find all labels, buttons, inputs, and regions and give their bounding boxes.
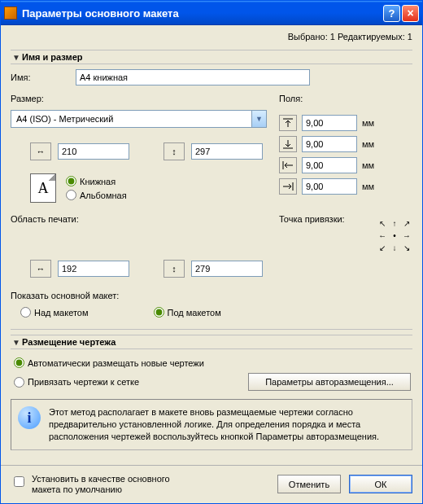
width-icon: ↔: [30, 142, 51, 160]
anchor-label: Точка привязки:: [279, 214, 345, 224]
window-title: Параметры основного макета: [22, 7, 382, 20]
cancel-button[interactable]: Отменить: [277, 475, 341, 493]
collapse-arrow-icon: ▼: [11, 53, 22, 62]
print-width-icon: ↔: [30, 260, 51, 278]
radio-landscape[interactable]: [66, 190, 76, 200]
section-name-size-title: Имя и размер: [22, 52, 82, 62]
orientation-portrait[interactable]: Книжная: [66, 176, 127, 186]
snap-place-option[interactable]: Привязать чертежи к сетке: [14, 377, 139, 388]
selection-status: Выбрано: 1 Редактируемых: 1: [1, 25, 422, 45]
landscape-label: Альбомная: [80, 191, 127, 200]
radio-snap-place[interactable]: [14, 377, 24, 388]
info-icon: i: [18, 406, 41, 429]
height-input[interactable]: [191, 143, 263, 160]
show-above-label: Над макетом: [34, 308, 89, 318]
anchor-t[interactable]: ↑: [389, 217, 400, 229]
name-label: Имя:: [11, 72, 76, 82]
titlebar: Параметры основного макета ? ×: [1, 1, 422, 25]
margin-bottom-icon: [279, 136, 297, 152]
print-width-input[interactable]: [58, 261, 129, 277]
unit-label: мм: [362, 139, 380, 149]
snap-place-label: Привязать чертежи к сетке: [28, 377, 139, 387]
unit-label: мм: [362, 118, 380, 128]
show-below-option[interactable]: Под макетом: [154, 307, 221, 318]
width-input[interactable]: [58, 143, 129, 160]
anchor-tr[interactable]: ↗: [401, 217, 412, 229]
section-name-size-header[interactable]: ▼ Имя и размер: [11, 50, 412, 64]
collapse-arrow-icon: ▼: [11, 338, 22, 347]
ok-button[interactable]: ОК: [349, 475, 412, 493]
footer: Установить в качестве основного макета п…: [1, 465, 422, 503]
unit-label: мм: [362, 182, 380, 191]
anchor-c[interactable]: •: [389, 230, 400, 241]
radio-below[interactable]: [154, 307, 164, 318]
margin-top-icon: [279, 115, 297, 131]
set-default-checkbox[interactable]: [14, 476, 24, 487]
page-size-value: A4 (ISO) - Метрический: [16, 114, 113, 124]
auto-place-option[interactable]: Автоматически размещать новые чертежи: [11, 357, 412, 368]
radio-portrait[interactable]: [66, 176, 76, 186]
chevron-down-icon: ▼: [251, 111, 266, 127]
show-below-label: Под макетом: [168, 308, 221, 318]
size-label: Размер:: [11, 94, 279, 103]
anchor-br[interactable]: ↘: [401, 242, 412, 253]
show-above-option[interactable]: Над макетом: [20, 307, 89, 318]
anchor-tl[interactable]: ↖: [377, 217, 388, 229]
print-height-input[interactable]: [191, 261, 263, 277]
radio-above[interactable]: [20, 307, 31, 318]
print-height-icon: ↕: [164, 260, 185, 278]
help-button[interactable]: ?: [383, 5, 400, 22]
margins-label: Поля:: [279, 94, 412, 103]
page-size-combo[interactable]: A4 (ISO) - Метрический ▼: [11, 110, 267, 128]
anchor-l[interactable]: ←: [377, 230, 388, 241]
set-default-label: Установить в качестве основного макета п…: [32, 474, 194, 495]
section-placement-title: Размещение чертежа: [22, 337, 116, 347]
margin-top-input[interactable]: [302, 115, 357, 131]
orientation-landscape[interactable]: Альбомная: [66, 190, 127, 200]
unit-label: мм: [362, 160, 380, 170]
margin-bottom-input[interactable]: [302, 136, 357, 152]
section-placement-header[interactable]: ▼ Размещение чертежа: [11, 335, 412, 349]
portrait-label: Книжная: [80, 177, 116, 186]
app-icon: [4, 7, 17, 20]
anchor-r[interactable]: →: [401, 230, 412, 241]
auto-place-label: Автоматически размещать новые чертежи: [28, 358, 204, 368]
anchor-grid[interactable]: ↖ ↑ ↗ ← • → ↙ ↓ ↘: [377, 217, 412, 253]
content-area: ▼ Имя и размер Имя: Размер: A4 (ISO) - М…: [1, 45, 422, 465]
orientation-icon: A: [30, 173, 56, 203]
print-area-label: Область печати:: [11, 214, 279, 253]
info-box: i Этот метод располагает в макете вновь …: [11, 399, 412, 450]
close-button[interactable]: ×: [402, 5, 419, 22]
name-input[interactable]: [76, 69, 310, 85]
margin-left-icon: [279, 157, 297, 173]
autoplace-params-button[interactable]: Параметры авторазмещения...: [248, 373, 411, 391]
height-icon: ↕: [164, 142, 185, 160]
show-layout-label: Показать основной макет:: [11, 291, 412, 300]
info-text: Этот метод располагает в макете вновь ра…: [49, 406, 405, 443]
margin-right-input[interactable]: [302, 178, 357, 195]
radio-auto-place[interactable]: [14, 357, 24, 368]
dialog-window: Параметры основного макета ? × Выбрано: …: [0, 0, 423, 504]
margin-right-icon: [279, 178, 297, 195]
anchor-bl[interactable]: ↙: [377, 242, 388, 253]
anchor-b[interactable]: ↓: [389, 242, 400, 253]
margin-left-input[interactable]: [302, 157, 357, 173]
